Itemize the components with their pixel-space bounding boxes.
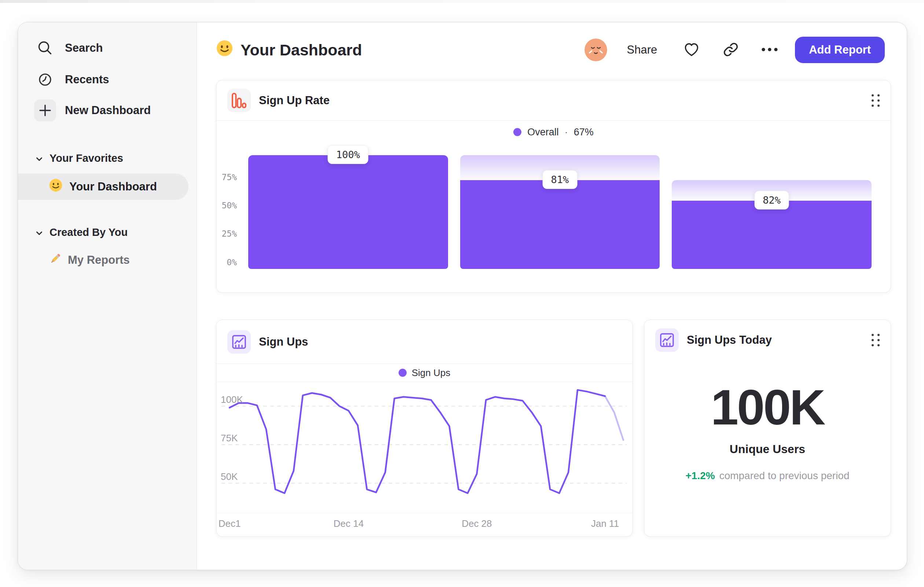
smiley-emoji-icon [49,178,63,195]
funnel-bar-fill [248,155,448,269]
funnel-bar-fill [460,180,660,269]
avatar[interactable] [584,38,607,61]
funnel-legend: Overall · 67% [216,121,891,144]
card-title: Sign Ups Today [687,334,772,347]
search-icon [34,37,56,59]
heart-icon [683,42,700,58]
x-axis-line [216,513,632,513]
more-options-button[interactable] [761,47,778,53]
card-title: Sign Ups [259,335,308,349]
legend-label: Overall [527,127,559,138]
delta-note: compared to previous period [719,470,850,481]
funnel-value-chip: 81% [543,170,578,189]
card-header: Sign Ups [216,320,632,364]
x-axis-tick: Jan 11 [591,518,619,529]
x-axis-tick: Dec 28 [462,518,492,529]
line-chart-svg [216,382,632,513]
page-header: Your Dashboard Share Add [216,34,885,66]
sidebar-section-created-by-you[interactable]: Created By You [36,224,128,240]
drag-handle-icon[interactable] [871,334,879,346]
sidebar-item-label: Recents [65,73,109,86]
legend-dot [513,128,521,136]
share-button[interactable]: Share [625,43,660,57]
background-top-strip [0,0,924,3]
metric-label: Unique Users [644,442,891,456]
plus-icon [34,99,56,121]
y-axis-tick: 50K [221,471,238,482]
funnel-bars: 100% 1 Home page 81% 2 Sign Up 82% [248,155,871,269]
sidebar-item-label: Your Dashboard [69,180,157,193]
sidebar-item-label: New Dashboard [65,104,151,117]
funnel-bar-home-page: 100% 1 Home page [248,155,448,269]
drag-handle-icon[interactable] [871,94,879,107]
link-icon [723,42,738,58]
sidebar-item-recents[interactable]: Recents [34,68,109,91]
sidebar-item-your-dashboard[interactable]: Your Dashboard [18,174,188,200]
bar-chart-icon [227,89,251,112]
funnel-bar-sign-up: 81% 2 Sign Up [460,155,660,269]
legend-separator: · [565,127,568,138]
chevron-down-icon [36,227,43,238]
sidebar-item-search[interactable]: Search [34,36,103,60]
y-axis-tick: 75K [221,433,238,443]
sidebar-section-label: Created By You [50,227,128,238]
sidebar: Search Recents New Dashboard Your Favori… [18,22,197,570]
card-sign-up-rate: Sign Up Rate Overall · 67% 75% 50% 25% 0… [216,80,891,293]
clock-icon [34,69,56,91]
legend-label: Sign Ups [412,367,450,379]
add-report-button[interactable]: Add Report [795,37,885,63]
sidebar-item-label: Search [65,41,103,55]
card-sign-ups-today: Sign Ups Today 100K Unique Users +1.2%co… [644,319,891,537]
sidebar-item-label: My Reports [68,253,130,267]
y-axis-tick: 100K [221,394,243,405]
y-axis-tick: 50% [218,200,237,211]
funnel-bar-fill [672,201,871,269]
page-title-text: Your Dashboard [241,41,362,59]
chevron-down-icon [36,152,43,164]
legend-dot [399,369,407,377]
page-title: Your Dashboard [216,40,362,61]
x-axis-tick: Dec1 [219,518,241,529]
line-legend: Sign Ups [216,364,632,382]
sidebar-item-my-reports[interactable]: My Reports [49,250,130,270]
metric-body: 100K Unique Users +1.2%compared to previ… [644,382,891,482]
line-chart-plot: 100K 75K 50K [216,382,632,513]
line-series-faded [605,396,623,440]
x-axis-tick: Dec 14 [333,518,363,529]
metric-value: 100K [644,382,891,432]
y-axis-tick: 0% [218,257,237,268]
line-series [229,390,605,493]
smiley-emoji-icon [216,40,233,61]
app-window: Search Recents New Dashboard Your Favori… [18,22,907,570]
pencil-emoji-icon [49,252,62,268]
funnel-bar-sign-up-confirmation: 82% 3 Sign Up Confirmation [672,155,871,269]
card-sign-ups: Sign Ups Sign Ups 100K 75K 50K Dec1 Dec … [216,319,633,537]
delta-badge: +1.2% [685,470,714,481]
line-chart-icon [227,330,251,354]
card-header: Sign Ups Today [644,320,891,360]
sidebar-item-new-dashboard[interactable]: New Dashboard [34,99,151,122]
funnel-value-chip: 82% [754,191,789,210]
funnel-value-chip: 100% [328,145,368,164]
line-chart-icon [655,328,679,352]
y-axis-tick: 25% [218,228,237,239]
favorite-button[interactable] [683,42,700,58]
y-axis-tick: 75% [218,172,237,182]
sidebar-section-your-favorites[interactable]: Your Favorites [36,150,123,166]
sidebar-section-label: Your Favorites [50,152,123,164]
header-actions: Share Add Report [584,37,885,63]
copy-link-button[interactable] [723,42,738,58]
ellipsis-icon [761,47,778,53]
legend-value: 67% [574,127,594,138]
card-title: Sign Up Rate [259,94,330,107]
card-header: Sign Up Rate [216,80,891,121]
metric-delta-row: +1.2%compared to previous period [644,470,891,482]
